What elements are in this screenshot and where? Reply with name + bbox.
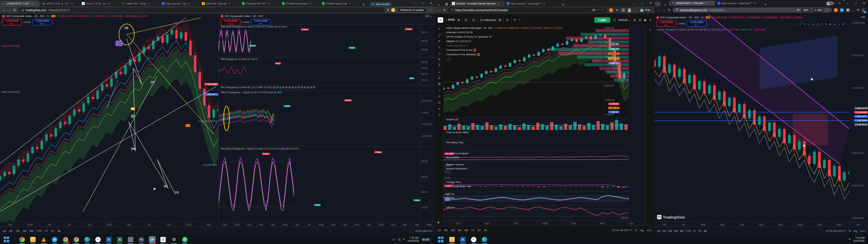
close-tab-icon[interactable]: ✕ xyxy=(268,2,271,5)
close-tab-icon[interactable]: ✕ xyxy=(309,2,312,5)
drawing-tool-icon[interactable]: ≡ xyxy=(804,23,805,26)
pen-tray-icon[interactable]: ✎ xyxy=(849,238,851,241)
time-axis-left[interactable]: Oct2024AprJulOct2025AprJulOct2026Apr xyxy=(0,222,218,227)
taskbar-app-icon[interactable]: ➤ xyxy=(51,236,58,243)
replay-icon[interactable]: ◎ xyxy=(633,18,636,22)
range-button[interactable]: 6M xyxy=(680,229,684,232)
buy-button[interactable]: 7,378.6060BUY xyxy=(32,19,52,25)
range-button[interactable]: 5Y xyxy=(478,229,481,232)
start-button[interactable] xyxy=(3,236,10,243)
drawing-tool-icon[interactable]: ∿ xyxy=(807,23,810,26)
drawing-tool-icon[interactable]: ∿ xyxy=(438,45,440,49)
range-button[interactable]: All xyxy=(484,229,487,232)
range-button[interactable]: 1M xyxy=(16,229,19,232)
drawing-tool-icon[interactable]: ✕ xyxy=(842,23,844,26)
tab-search-icon[interactable]: ⌄ xyxy=(435,2,443,6)
range-button[interactable]: 6M xyxy=(465,229,468,232)
taskbar-app-icon[interactable] xyxy=(481,236,488,243)
purple-note-box[interactable] xyxy=(116,41,122,46)
maximize-button[interactable]: □ xyxy=(638,0,646,6)
favorite-drawings-toolbar[interactable]: ⌖╱≡∿▭◯T✎⊕∠∩✕ xyxy=(795,22,846,26)
collapse-legend-button[interactable]: ⌃ xyxy=(446,58,451,61)
container-tabs-icon[interactable]: ⧉ xyxy=(857,8,859,12)
pane-legend[interactable]: MACD Divergence + Signal 12 26 9 9 20 30… xyxy=(221,91,282,94)
tab-counter[interactable]: 2 xyxy=(655,2,660,6)
extension-icon[interactable]: W xyxy=(615,8,619,12)
notification-center[interactable]: ▤23 xyxy=(421,238,430,241)
pane-legend[interactable]: Volume 20 xyxy=(446,118,458,121)
bookmark-flag-icon[interactable]: ⚑ xyxy=(797,8,800,12)
pen-tray-icon[interactable]: ✎ xyxy=(403,238,405,241)
range-button[interactable]: 3M xyxy=(23,229,26,232)
redo-icon[interactable]: ↷ xyxy=(518,18,521,22)
new-tab-button[interactable]: + xyxy=(559,2,566,6)
chart-type-icon[interactable]: ◫ xyxy=(472,18,475,22)
browser-tab[interactable]: Tv BBTN 1,490 ▲ +5.3 ✕ xyxy=(40,1,80,6)
volume-tray-icon[interactable]: ◁) xyxy=(397,238,400,241)
browser-tab[interactable]: M Inbox (7,574) - bro ✕ xyxy=(80,1,120,6)
close-tab-icon[interactable]: ✕ xyxy=(497,2,499,5)
range-button[interactable]: 1M xyxy=(451,229,454,232)
indicator-legend[interactable]: Consensus Price (Low)! xyxy=(446,48,476,52)
close-tab-icon[interactable]: ✕ xyxy=(70,2,73,5)
stockbit-main-chart[interactable]: Index Harga Saham Gabungan · ID · IDX O7… xyxy=(443,25,629,117)
percent-scale-button[interactable]: % xyxy=(849,229,851,232)
translate-icon[interactable]: ab xyxy=(592,8,595,12)
taskbar-clock[interactable]: 7:31 AM4/24/2026 xyxy=(408,237,419,242)
range-button[interactable]: 5Y xyxy=(51,229,55,232)
symbol-search[interactable]: ⌕ IHSG xyxy=(446,18,455,22)
indicator-legend[interactable]: Linking 100 close 2 2 close 0 30 50 100 … xyxy=(656,28,765,31)
browser-tab[interactable]: Eli Manning Presen ✕ xyxy=(280,1,320,6)
reload-icon[interactable]: ↻ xyxy=(14,8,16,12)
close-button[interactable]: ✕ xyxy=(860,0,868,6)
drawing-tool-icon[interactable]: ∠ xyxy=(438,76,441,80)
drawing-tool-icon[interactable]: ∞ xyxy=(438,107,440,110)
relaunch-button[interactable]: Relaunch to update xyxy=(397,7,427,13)
minimize-button[interactable]: – xyxy=(411,0,419,6)
pane-legend[interactable]: MFI 14 xyxy=(446,192,454,196)
clock[interactable]: 07:31:48 UTC+7 xyxy=(612,229,632,232)
volume-pane[interactable]: Volume 20 xyxy=(443,117,629,130)
taskbar-app-icon[interactable]: Y xyxy=(470,236,477,243)
chart-pane-main[interactable]: IDX Composite Index - 1D - IDX = D O7,56… xyxy=(0,14,219,222)
chart-pane-main[interactable]: IDX Composite Index · 1D · IDX = D O7,56… xyxy=(654,15,849,222)
drawing-tool-icon[interactable]: ✎ xyxy=(825,23,827,26)
indicator-legend[interactable]: VPVR Number Of Rows 24 Up/Down 70 xyxy=(446,35,492,38)
bandar-pane[interactable]: Bandar Volume Bandar Movement ⌃ -13 M -1… xyxy=(443,162,629,180)
drawing-tool-icon[interactable]: ∠ xyxy=(219,37,219,40)
chart-pane-indicators[interactable]: IDX Composite Index - 1D - IDX 7,378.606… xyxy=(219,14,435,222)
extension-icon[interactable]: ◔ xyxy=(621,8,625,12)
taskbar-app-icon[interactable]: ✂ xyxy=(138,236,145,243)
taskbar-app-icon[interactable]: V xyxy=(459,236,466,243)
extension-icon[interactable]: ◕ xyxy=(834,8,838,12)
pane-legend[interactable]: Stochastic Divergence 4 close 3 3 60 3 6… xyxy=(221,25,287,28)
zoom-level-chip[interactable]: 80% xyxy=(802,8,810,12)
buy-button[interactable]: 7,378.6060BUY xyxy=(251,19,271,25)
taskbar-app-icon[interactable]: ✆ xyxy=(181,236,188,243)
collapse-button[interactable]: ⌃ xyxy=(446,171,451,174)
close-tab-icon[interactable]: ✕ xyxy=(348,2,351,5)
watchlist-gem-icon[interactable]: ◈ xyxy=(437,220,440,224)
symbol-legend[interactable]: IDX Composite Index - 1D - IDX = D O7,56… xyxy=(2,15,147,18)
pane-legend[interactable]: Stochastic Divergence + Signal 10 close … xyxy=(221,147,299,150)
browser-tab[interactable]: Tv COMPOSITE 7,378. ✕ xyxy=(0,1,40,6)
close-tab-icon[interactable]: ✕ xyxy=(31,2,33,5)
auto-scale-button[interactable]: auto xyxy=(646,229,652,232)
pane-legend[interactable]: Bandar Volume xyxy=(446,163,463,166)
drawing-tool-icon[interactable]: ∩ xyxy=(838,23,840,26)
indicator-legend[interactable]: Ichimoku 9 26 52 26 26 xyxy=(446,31,473,34)
browser-tab[interactable]: Tv COMPOSITE 7,378.606 ✕ xyxy=(669,1,715,6)
address-field[interactable]: ◎ tradingview.com/chart/qtCfGDYJ/ xyxy=(18,7,385,13)
currency-toggle[interactable]: IDR xyxy=(861,16,865,19)
currency-toggle[interactable]: IDR ⌄ xyxy=(425,15,432,18)
williams-r-pane[interactable]: %R 14 -100.00 xyxy=(443,205,629,220)
back-icon[interactable]: ← xyxy=(657,8,660,12)
range-button[interactable]: All xyxy=(704,229,707,232)
pane-legend[interactable]: PE Ratio(TTM) xyxy=(446,141,463,144)
browser-tab[interactable]: Sign yourself - OpenSign™ ✕ xyxy=(716,1,762,6)
close-tab-icon[interactable]: ✕ xyxy=(147,2,150,5)
extension-icon[interactable]: ⛊ xyxy=(846,8,850,12)
drawing-tool-icon[interactable]: + xyxy=(438,27,440,31)
close-button[interactable]: ✕ xyxy=(646,0,654,6)
drawing-tool-icon[interactable]: ⊕ xyxy=(438,82,440,86)
